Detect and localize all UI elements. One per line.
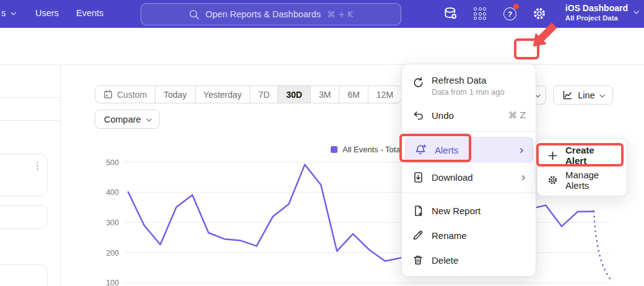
menu-item-refresh-data[interactable]: Refresh Data Data from 1 min ago <box>402 72 536 103</box>
range-30d[interactable]: 30D <box>277 86 310 103</box>
gear-icon <box>547 174 558 186</box>
report-header <box>0 28 644 65</box>
alerts-menu-item[interactable]: Alerts › <box>405 137 534 163</box>
range-yesterday[interactable]: Yesterday <box>195 86 250 103</box>
search-shortcut: ⌘ + K <box>327 9 353 19</box>
project-switcher[interactable]: iOS Dashboard All Project Data <box>565 2 638 22</box>
date-range-control: Custom Today Yesterday 7D 30D 3M 6M 12M <box>95 85 402 103</box>
menu-item-new-report[interactable]: New Report <box>402 198 536 223</box>
menu-divider <box>402 131 536 132</box>
chevron-down-icon <box>633 9 638 14</box>
svg-text:500: 500 <box>106 158 119 167</box>
menu-item-undo[interactable]: Undo ⌘ Z <box>402 103 536 128</box>
nav-partial-label: s <box>1 8 6 18</box>
range-3m[interactable]: 3M <box>310 86 339 103</box>
chevron-right-icon: › <box>521 171 526 183</box>
search-icon <box>189 9 199 20</box>
project-scope: All Project Data <box>565 14 628 22</box>
menu-item-label: Delete <box>432 255 458 266</box>
svg-text:200: 200 <box>106 249 119 258</box>
line-chart-icon <box>562 90 573 100</box>
query-builder-sidebar: ⋮ <box>0 65 61 286</box>
pencil-icon <box>412 229 424 241</box>
chevron-down-icon <box>599 92 604 97</box>
search-placeholder: Open Reports & Dashboards <box>206 9 321 19</box>
query-card[interactable]: ⋮ <box>0 154 48 196</box>
bell-plus-icon <box>415 144 427 156</box>
svg-text:300: 300 <box>106 219 119 227</box>
menu-item-label: New Report <box>432 206 481 216</box>
apps-grid-icon[interactable] <box>472 6 488 22</box>
trash-icon <box>412 254 424 266</box>
plus-icon <box>547 149 558 162</box>
menu-item-description: Data from 1 min ago <box>432 87 505 97</box>
chevron-down-icon <box>146 116 151 121</box>
nav-item-users[interactable]: Users <box>35 8 59 18</box>
create-alert-item[interactable]: Create Alert <box>537 143 627 168</box>
chevron-down-icon <box>11 10 16 15</box>
undo-icon <box>412 109 424 121</box>
range-12m[interactable]: 12M <box>368 86 401 103</box>
report-context-menu: Refresh Data Data from 1 min ago Undo ⌘ … <box>401 64 536 277</box>
range-today[interactable]: Today <box>155 86 194 103</box>
data-management-icon[interactable] <box>443 6 459 22</box>
compare-button[interactable]: Compare <box>95 110 160 129</box>
new-report-icon <box>412 204 424 217</box>
settings-icon[interactable] <box>531 6 547 22</box>
query-card[interactable] <box>0 205 48 229</box>
sidebar-divider <box>0 97 61 98</box>
menu-item-label: Alerts <box>435 145 458 155</box>
menu-item-label: Refresh Data <box>432 75 505 85</box>
menu-item-label: Create Alert <box>565 145 617 166</box>
query-card[interactable] <box>0 264 48 286</box>
menu-item-rename[interactable]: Rename <box>402 223 536 248</box>
menu-divider <box>402 193 536 193</box>
menu-item-label: Rename <box>432 230 467 241</box>
sidebar-divider <box>0 120 61 121</box>
download-icon <box>412 171 424 183</box>
menu-item-delete[interactable]: Delete <box>402 248 536 272</box>
menu-item-label: Undo <box>432 110 454 121</box>
calendar-icon <box>103 90 113 99</box>
svg-text:100: 100 <box>106 279 119 286</box>
svg-text:400: 400 <box>106 188 119 197</box>
kebab-menu-icon[interactable]: ⋮ <box>33 160 42 171</box>
menu-item-download[interactable]: Download › <box>402 165 536 189</box>
manage-alerts-item[interactable]: Manage Alerts <box>537 168 627 193</box>
menu-item-label: Manage Alerts <box>565 170 617 191</box>
help-icon[interactable]: ? <box>502 6 518 22</box>
range-6m[interactable]: 6M <box>339 86 367 103</box>
range-custom[interactable]: Custom <box>95 86 155 103</box>
refresh-icon <box>412 76 424 89</box>
nav-item-partial[interactable]: s <box>1 8 15 18</box>
menu-item-shortcut: ⌘ Z <box>508 110 526 120</box>
notification-dot <box>513 4 519 9</box>
search-input[interactable]: Open Reports & Dashboards ⌘ + K <box>141 3 401 25</box>
project-name: iOS Dashboard <box>565 2 628 14</box>
alerts-submenu: Create Alert Manage Alerts <box>537 138 627 196</box>
menu-item-label: Download <box>432 172 473 183</box>
top-navbar: s Users Events Open Reports & Dashboards… <box>0 0 644 28</box>
nav-item-events[interactable]: Events <box>76 8 103 18</box>
range-7d[interactable]: 7D <box>250 86 277 103</box>
chevron-right-icon: › <box>519 144 524 156</box>
chart-type-button[interactable]: Line <box>553 85 613 105</box>
